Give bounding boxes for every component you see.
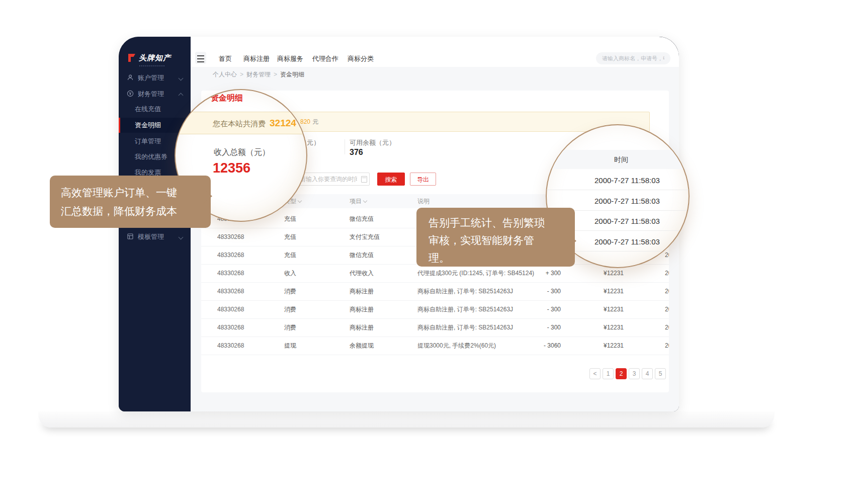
export-button[interactable]: 导出 — [410, 173, 436, 186]
magnified-time: 2000-7-27 11:58:03 — [594, 176, 660, 185]
col-desc: 说明 — [417, 194, 430, 208]
top-navbar: 首页 商标注册 商标服务 代理合作 商标分类 — [191, 50, 679, 67]
laptop-base — [38, 411, 775, 428]
balance-label: 可用余额（元） — [350, 138, 395, 147]
menu-icon[interactable] — [195, 52, 206, 64]
brand-name: 头牌知产 — [139, 53, 171, 63]
nav-trademark-service[interactable]: 商标服务 — [277, 50, 303, 67]
pagination-page-2[interactable]: 2 — [616, 368, 627, 379]
magnified-time-header: 时间 — [547, 150, 689, 169]
sidebar-item-label: 订单管理 — [135, 137, 161, 145]
breadcrumb-item[interactable]: 个人中心 — [213, 71, 237, 78]
breadcrumb-item-current: 资金明细 — [280, 71, 304, 78]
chevron-down-icon — [298, 199, 302, 203]
callout-right: 告别手工统计、告别繁琐 审核，实现智能财务管 理。 — [416, 208, 575, 267]
calendar-icon[interactable] — [361, 176, 367, 183]
pagination-prev[interactable]: < — [589, 368, 601, 379]
divider — [345, 139, 345, 154]
sidebar-item-label: 账户管理 — [138, 74, 164, 81]
nav-trademark-category[interactable]: 商标分类 — [348, 50, 374, 67]
sidebar-item-finance[interactable]: 财务管理 — [119, 86, 191, 102]
balance-value: 376 — [350, 148, 363, 157]
callout-line: 审核，实现智能财务管 — [429, 231, 575, 249]
pagination: < 1 2 3 4 5 — [201, 368, 669, 379]
search-input[interactable] — [596, 52, 670, 64]
nav-agent-cooperation[interactable]: 代理合作 — [312, 50, 338, 67]
brand-subtext — [139, 65, 165, 66]
nav-home[interactable]: 首页 — [219, 50, 232, 67]
sidebar-item-label: 在线充值 — [135, 105, 161, 113]
table-row: 48330268消费商标注册商标自助注册, 订单号: SB2514263J- 3… — [201, 282, 669, 301]
banner-amount-tail: 820元 — [300, 112, 318, 131]
table-row: 48330268消费商标注册商标自助注册, 订单号: SB2514263J- 3… — [201, 300, 669, 319]
sidebar-item-account[interactable]: 账户管理 — [119, 70, 191, 86]
breadcrumb-item[interactable]: 财务管理 — [246, 71, 271, 78]
nav-trademark-register[interactable]: 商标注册 — [243, 50, 270, 67]
col-project[interactable]: 项目 — [350, 194, 367, 208]
date-query-input[interactable] — [294, 173, 370, 186]
callout-line: 高效管理账户订单、一键 — [61, 183, 211, 202]
table-row: 48330268消费商标注册商标自助注册, 订单号: SB2514263J- 3… — [201, 318, 669, 337]
callout-line: 理。 — [429, 249, 575, 267]
magnified-time: 2000-7-27 11:58:03 — [594, 237, 660, 246]
magnified-title: 资金明细 — [211, 93, 243, 104]
chevron-down-icon — [179, 235, 184, 240]
pagination-page-3[interactable]: 3 — [629, 368, 640, 379]
callout-line: 汇总数据，降低财务成本 — [61, 202, 211, 220]
magnified-time: 2000-7-27 11:58:03 — [594, 217, 660, 225]
table-row: 48330268收入代理收入代理提成300元 (ID:1245, 订单号: SB… — [201, 264, 669, 283]
sidebar-item-label: 资金明细 — [135, 121, 161, 129]
magnified-time: 2000-7-27 11:58:03 — [594, 197, 660, 205]
sidebar-item-online-recharge[interactable]: 在线充值 — [119, 102, 191, 117]
magnified-income-label: 收入总额（元） — [214, 147, 270, 158]
chevron-up-icon — [179, 93, 184, 98]
callout-left: 高效管理账户订单、一键 汇总数据，降低财务成本 — [50, 176, 211, 228]
chevron-down-icon — [179, 76, 184, 81]
callout-line: 告别手工统计、告别繁琐 — [429, 214, 575, 231]
user-icon — [127, 74, 134, 81]
table-row: 48330268提现余额提现提现3000元, 手续费2%(60元)- 3060¥… — [201, 337, 669, 355]
chevron-down-icon — [363, 199, 367, 203]
page: 头牌知产 账户管理 财务管理 在线充值 资金明细 — [0, 0, 853, 504]
pagination-page-1[interactable]: 1 — [603, 368, 614, 379]
sidebar-item-label: 我的优惠券 — [135, 153, 167, 160]
brand-logo: 头牌知产 — [127, 53, 171, 63]
breadcrumb: 个人中心>财务管理>资金明细 — [191, 67, 679, 82]
sidebar-item-template[interactable]: 模板管理 — [119, 229, 191, 245]
magnified-income-value: 12356 — [213, 160, 250, 176]
search-button[interactable]: 搜索 — [377, 173, 405, 186]
pagination-page-4[interactable]: 4 — [642, 368, 653, 379]
magnified-banner: 您在本站共消费32124 — [176, 112, 306, 134]
pagination-page-5[interactable]: 5 — [655, 368, 666, 379]
sidebar-item-label: 我的发票 — [135, 169, 161, 176]
divider — [547, 190, 689, 190]
template-icon — [127, 233, 134, 240]
sidebar-item-label: 模板管理 — [138, 233, 164, 240]
brand-logo-icon — [127, 53, 137, 63]
finance-icon — [127, 90, 134, 97]
sidebar-item-label: 财务管理 — [138, 90, 164, 98]
